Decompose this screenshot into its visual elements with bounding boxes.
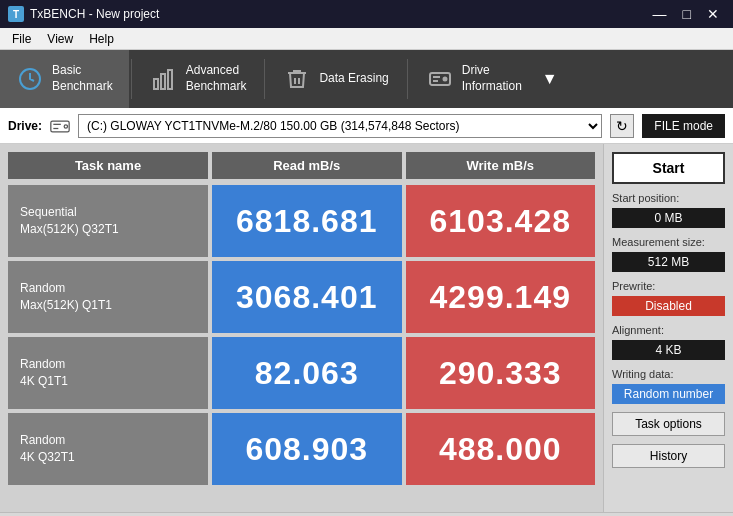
minimize-button[interactable]: — [647,4,673,24]
drive-label: Drive: [8,119,42,133]
writing-data-value: Random number [612,384,725,404]
row-label-1: SequentialMax(512K) Q32T1 [8,185,208,257]
table-row: Random4K Q1T1 82.063 290.333 [8,337,595,409]
data-erasing-icon [283,65,311,93]
toolbar-data-erasing[interactable]: Data Erasing [267,50,404,108]
task-options-button[interactable]: Task options [612,412,725,436]
start-button[interactable]: Start [612,152,725,184]
table-row: SequentialMax(512K) Q32T1 6818.681 6103.… [8,185,595,257]
basic-benchmark-label: BasicBenchmark [52,63,113,94]
maximize-button[interactable]: □ [677,4,697,24]
start-position-label: Start position: [612,192,725,204]
header-write: Write mB/s [406,152,596,179]
write-value-2: 4299.149 [406,261,596,333]
toolbar-drive-information[interactable]: DriveInformation [410,50,538,108]
header-task-name: Task name [8,152,208,179]
svg-rect-2 [161,74,165,89]
svg-point-5 [443,78,446,81]
drive-bar: Drive: (C:) GLOWAY YCT1TNVMe-M.2/80 150.… [0,108,733,144]
drive-icon [50,117,70,135]
status-bar: Basic Benchmark finished successfully. [0,512,733,516]
svg-rect-8 [51,121,69,132]
data-erasing-label: Data Erasing [319,71,388,87]
write-value-3: 290.333 [406,337,596,409]
benchmark-area: Task name Read mB/s Write mB/s Sequentia… [0,144,603,512]
close-button[interactable]: ✕ [701,4,725,24]
svg-point-9 [64,124,67,127]
measurement-size-value: 512 MB [612,252,725,272]
separator-1 [131,59,132,99]
advanced-benchmark-label: AdvancedBenchmark [186,63,247,94]
window-title: TxBENCH - New project [30,7,159,21]
menu-bar: File View Help [0,28,733,50]
title-bar-left: T TxBENCH - New project [8,6,159,22]
read-value-2: 3068.401 [212,261,402,333]
alignment-value: 4 KB [612,340,725,360]
table-row: RandomMax(512K) Q1T1 3068.401 4299.149 [8,261,595,333]
title-controls: — □ ✕ [647,4,725,24]
svg-rect-3 [168,70,172,89]
read-value-3: 82.063 [212,337,402,409]
start-position-value: 0 MB [612,208,725,228]
table-row: Random4K Q32T1 608.903 488.000 [8,413,595,485]
write-value-1: 6103.428 [406,185,596,257]
header-read: Read mB/s [212,152,402,179]
measurement-size-label: Measurement size: [612,236,725,248]
menu-view[interactable]: View [39,30,81,48]
toolbar: BasicBenchmark AdvancedBenchmark Data Er… [0,50,733,108]
toolbar-dropdown-arrow[interactable]: ▼ [538,70,562,88]
prewrite-label: Prewrite: [612,280,725,292]
toolbar-basic-benchmark[interactable]: BasicBenchmark [0,50,129,108]
separator-2 [264,59,265,99]
basic-benchmark-icon [16,65,44,93]
table-header: Task name Read mB/s Write mB/s [8,152,595,179]
read-value-4: 608.903 [212,413,402,485]
prewrite-value: Disabled [612,296,725,316]
row-label-4: Random4K Q32T1 [8,413,208,485]
drive-select[interactable]: (C:) GLOWAY YCT1TNVMe-M.2/80 150.00 GB (… [78,114,602,138]
writing-data-label: Writing data: [612,368,725,380]
menu-file[interactable]: File [4,30,39,48]
menu-help[interactable]: Help [81,30,122,48]
advanced-benchmark-icon [150,65,178,93]
row-label-3: Random4K Q1T1 [8,337,208,409]
toolbar-advanced-benchmark[interactable]: AdvancedBenchmark [134,50,263,108]
drive-information-label: DriveInformation [462,63,522,94]
history-button[interactable]: History [612,444,725,468]
file-mode-button[interactable]: FILE mode [642,114,725,138]
alignment-label: Alignment: [612,324,725,336]
row-label-2: RandomMax(512K) Q1T1 [8,261,208,333]
separator-3 [407,59,408,99]
drive-information-icon [426,65,454,93]
write-value-4: 488.000 [406,413,596,485]
read-value-1: 6818.681 [212,185,402,257]
right-panel: Start Start position: 0 MB Measurement s… [603,144,733,512]
title-bar: T TxBENCH - New project — □ ✕ [0,0,733,28]
app-icon: T [8,6,24,22]
drive-refresh-button[interactable]: ↻ [610,114,634,138]
svg-rect-1 [154,79,158,89]
